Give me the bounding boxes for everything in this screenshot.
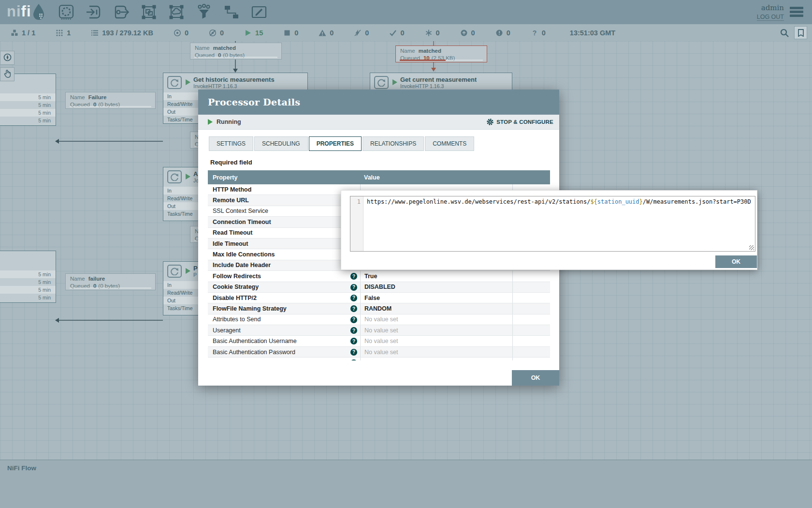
value-editor-textarea[interactable]: 1 https://www.pegelonline.wsv.de/webserv…: [350, 196, 755, 252]
funnel-icon[interactable]: [196, 4, 212, 20]
backpressure-bar: [400, 60, 483, 61]
global-menu-icon[interactable]: [790, 7, 803, 17]
property-cell: Disable HTTP/2?: [208, 293, 360, 303]
el-variable: station_uuid: [597, 198, 639, 205]
resize-handle[interactable]: [749, 245, 754, 250]
status-value: 0: [220, 29, 224, 37]
nifi-app: In5 minRead/Write5 minOut5 minTasks/Time…: [0, 0, 812, 508]
value-cell[interactable]: No value set: [360, 347, 512, 357]
property-cell: Basic Authentication Username?: [208, 336, 360, 346]
tab-settings[interactable]: SETTINGS: [209, 136, 253, 151]
stat-label: Read/Write: [167, 101, 192, 107]
tab-scheduling[interactable]: SCHEDULING: [254, 136, 308, 151]
breadcrumb[interactable]: NiFi Flow: [7, 464, 36, 472]
value-cell[interactable]: False: [360, 293, 512, 303]
compass-button[interactable]: [0, 51, 14, 65]
extra-cell: [512, 282, 550, 292]
name-label: Name: [70, 94, 85, 100]
property-cell: Remote URL: [208, 195, 360, 205]
property-name: Basic Authentication Password: [213, 349, 295, 356]
value-editor-content[interactable]: https://www.pegelonline.wsv.de/webservic…: [363, 196, 755, 251]
property-row[interactable]: Basic Authentication Username?No value s…: [208, 336, 550, 346]
processor-icon[interactable]: [58, 4, 74, 20]
stat-label: In: [167, 93, 172, 99]
processor-name: P: [193, 265, 198, 272]
help-icon[interactable]: ?: [350, 305, 357, 312]
extra-cell: [512, 325, 550, 335]
property-row[interactable]: Disable HTTP/2?False: [208, 293, 550, 303]
property-row[interactable]: ?: [208, 358, 550, 360]
editor-ok-button[interactable]: OK: [715, 255, 757, 268]
property-cell: Follow Redirects?: [208, 271, 360, 281]
input-port-icon[interactable]: [86, 4, 102, 20]
property-row[interactable]: Attributes to Send?No value set: [208, 314, 550, 325]
stat-row: Read/Write5 min: [0, 278, 56, 286]
value-cell[interactable]: No value set: [360, 314, 512, 325]
output-port-icon[interactable]: [113, 4, 130, 20]
value-cell[interactable]: [360, 358, 512, 360]
property-row[interactable]: Basic Authentication Password?No value s…: [208, 347, 550, 358]
processor-partial[interactable]: In5 minRead/Write5 minOut5 minTasks/Time…: [0, 74, 56, 126]
connection-label[interactable]: NamematchedQueued0(0 bytes): [190, 43, 282, 60]
process-group-icon[interactable]: [141, 4, 157, 20]
current-user: admin: [757, 3, 784, 12]
locally-modified-stale-icon: [495, 29, 503, 37]
status-value: 0: [436, 29, 440, 37]
template-icon[interactable]: [223, 4, 240, 20]
value-cell[interactable]: No value set: [360, 336, 512, 346]
connection-label[interactable]: NamematchedQueued10(2.53 KB): [395, 45, 487, 62]
property-cell: ?: [208, 358, 360, 360]
help-icon[interactable]: ?: [350, 349, 357, 356]
property-row[interactable]: Follow Redirects?True: [208, 271, 550, 282]
property-row[interactable]: Useragent?No value set: [208, 325, 550, 336]
value-cell[interactable]: RANDOM: [360, 303, 512, 314]
property-cell: Basic Authentication Password?: [208, 347, 360, 357]
invokehttp-icon: [374, 76, 389, 89]
help-icon[interactable]: ?: [350, 316, 357, 323]
tab-relationships[interactable]: RELATIONSHIPS: [362, 136, 424, 151]
property-row[interactable]: Cookie Strategy?DISABLED: [208, 282, 550, 293]
tab-properties[interactable]: PROPERTIES: [309, 136, 362, 151]
help-icon[interactable]: ?: [350, 338, 357, 344]
cluster-grid-icon: [56, 29, 63, 37]
stop-configure-label: STOP & CONFIGURE: [496, 119, 553, 125]
value-cell[interactable]: True: [360, 271, 512, 281]
status-bar: 1 / 11193 / 279.12 KB00150000000?0 13:51…: [0, 24, 812, 41]
help-icon[interactable]: ?: [350, 359, 357, 360]
name-label: Name: [70, 276, 85, 282]
connection-label[interactable]: NameFailureQueued0(0 bytes): [65, 92, 156, 109]
property-cell: Max Idle Connections: [208, 249, 360, 259]
logout-link[interactable]: LOG OUT: [757, 14, 784, 21]
dialog-header: Processor Details: [198, 90, 559, 115]
help-icon[interactable]: ?: [350, 284, 357, 291]
value-cell[interactable]: DISABLED: [360, 282, 512, 292]
nifi-drop-icon: [31, 3, 46, 20]
status-item-sync-failure-icon: ?0: [531, 29, 546, 37]
property-name: Include Date Header: [213, 262, 271, 269]
processor-partial[interactable]: In5 minRead/Write5 minOut5 minTasks/Time…: [0, 251, 56, 303]
el-delimiter: }: [639, 198, 643, 205]
status-value: 0: [365, 29, 369, 37]
processor-stats: In5 minRead/Write5 minOut5 minTasks/Time…: [0, 270, 56, 301]
remote-process-group-icon[interactable]: [168, 4, 185, 20]
search-icon[interactable]: [780, 28, 789, 38]
stat-value: 5 min: [38, 94, 51, 100]
connection-label[interactable]: NamefailureQueued0(0 bytes): [65, 273, 156, 290]
property-row[interactable]: FlowFile Naming Strategy?RANDOM: [208, 303, 550, 314]
property-cell: HTTP Method: [208, 184, 360, 194]
dialog-ok-button[interactable]: OK: [512, 370, 559, 386]
help-icon[interactable]: ?: [350, 295, 357, 301]
hand-pointer-button[interactable]: [0, 67, 14, 81]
property-cell: Read Timeout: [208, 228, 360, 238]
processor-name: Get current measurement: [400, 76, 477, 83]
help-icon[interactable]: ?: [350, 327, 357, 334]
stop-and-configure-button[interactable]: STOP & CONFIGURE: [486, 118, 553, 126]
component-palette: [58, 4, 267, 20]
label-icon[interactable]: [251, 4, 267, 20]
tab-comments[interactable]: COMMENTS: [425, 136, 474, 151]
bulletin-panel-button[interactable]: [794, 26, 807, 39]
value-cell[interactable]: No value set: [360, 325, 512, 335]
user-block: admin LOG OUT: [757, 3, 784, 21]
status-item-running-icon: 15: [244, 29, 263, 37]
help-icon[interactable]: ?: [350, 273, 357, 280]
